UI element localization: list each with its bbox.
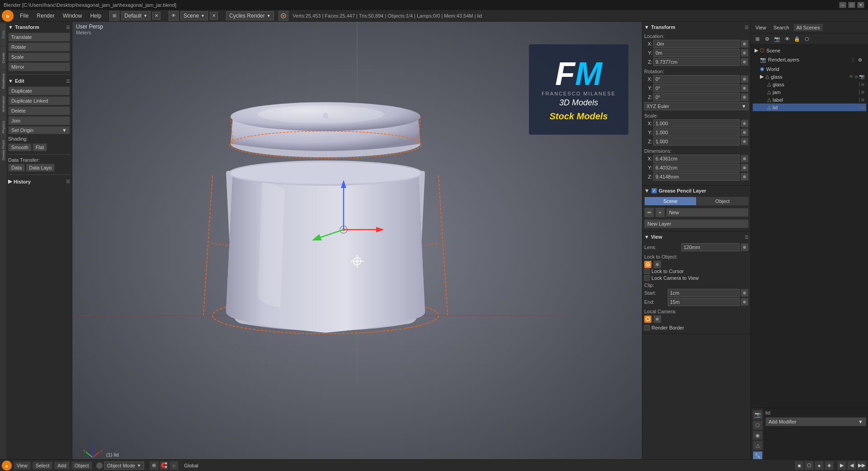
start-copy[interactable]: ⊕ [741, 289, 749, 297]
gp-new-layer-button[interactable]: New Layer [644, 219, 749, 228]
rotation-y-value[interactable]: 0° [653, 84, 740, 92]
scale-x-value[interactable]: 1.000 [653, 119, 740, 127]
close-button[interactable]: ✕ [857, 2, 864, 8]
data-button[interactable]: Data [8, 164, 25, 172]
dim-x-value[interactable]: 6.4361cm [653, 155, 740, 163]
clip-end-value[interactable]: 15m [668, 298, 740, 306]
duplicate-button[interactable]: Duplicate [8, 86, 70, 95]
engine-dropdown[interactable]: Cycles Render ▼ [226, 11, 274, 20]
minimize-button[interactable]: ─ [839, 2, 846, 8]
location-z-copy[interactable]: ⊕ [741, 58, 749, 66]
maximize-button[interactable]: □ [848, 2, 855, 8]
proportional-icon[interactable]: ○ [170, 461, 179, 470]
props-tab-render[interactable]: 📷 [753, 410, 763, 419]
gp-checkbox[interactable]: ✓ [651, 188, 657, 193]
prev-frame-btn[interactable]: ◀ [847, 461, 856, 470]
tree-glass-mesh[interactable]: △ glass | ⊕ [753, 80, 866, 88]
sidebar-tab-animation[interactable]: Animation [0, 93, 6, 115]
wire-mode-icon[interactable]: ⬡ [805, 461, 814, 470]
set-origin-dropdown[interactable]: Set Origin ▼ [8, 126, 70, 134]
props-tab-scene[interactable]: ⬡ [753, 420, 763, 430]
gp-new-button[interactable]: New [666, 208, 749, 217]
outliner-icon-eye[interactable]: 👁 [783, 34, 792, 43]
sidebar-tab-grease[interactable]: Grease Pencil [0, 139, 6, 161]
location-y-copy[interactable]: ⊕ [741, 49, 749, 57]
add-menu-btn[interactable]: Add [54, 462, 70, 470]
object-mode-badge[interactable]: Object Mode ▼ [104, 462, 144, 470]
gp-add-icon-btn[interactable]: + [655, 207, 665, 217]
data-layout-button[interactable]: Data Layo [26, 164, 55, 172]
scale-y-copy[interactable]: ⊕ [741, 128, 749, 137]
gp-pencil-icon-btn[interactable]: ✏ [644, 207, 654, 217]
snap-icon[interactable]: 🧲 [160, 461, 169, 470]
outliner-tab-view[interactable]: View [753, 24, 769, 31]
outliner-icon-filter[interactable]: ⊞ [753, 34, 762, 43]
tree-lid[interactable]: △ lid | ⊕ [753, 104, 866, 111]
dim-y-value[interactable]: 6.4032cm [653, 164, 740, 172]
render-border-checkbox[interactable] [644, 325, 650, 330]
outliner-icon-lock[interactable]: 🔒 [793, 34, 802, 43]
location-x-copy[interactable]: ⊕ [741, 40, 749, 48]
menu-help[interactable]: Help [86, 12, 105, 20]
local-camera-copy[interactable]: ⊕ [653, 315, 661, 323]
tree-label-obj[interactable]: △ label | ⊕ [753, 96, 866, 104]
history-menu[interactable]: ☰ [66, 179, 70, 184]
lock-camera-checkbox[interactable] [644, 275, 650, 281]
render-layers-settings[interactable]: ⚙ [855, 55, 864, 64]
rotation-x-copy[interactable]: ⊕ [741, 75, 749, 83]
flat-button[interactable]: Flat [33, 143, 47, 151]
object-menu-btn[interactable]: Object [71, 462, 92, 470]
sidebar-tab-create[interactable]: Create [0, 47, 6, 69]
lock-cursor-checkbox[interactable] [644, 268, 650, 274]
object-tab[interactable]: Object [697, 197, 749, 206]
props-tab-world[interactable]: ◉ [753, 431, 763, 440]
location-z-value[interactable]: 9.7377cm [653, 58, 740, 66]
tree-world[interactable]: ◉ World [753, 65, 866, 73]
props-tab-object[interactable]: △ [753, 441, 763, 450]
material-mode-icon[interactable]: ◈ [825, 461, 834, 470]
outliner-icon-camera[interactable]: 📷 [773, 34, 782, 43]
lens-value[interactable]: 120mm [681, 243, 740, 251]
join-button[interactable]: Join [8, 116, 70, 125]
next-frame-btn[interactable]: ▶▶ [857, 461, 866, 470]
viewport-3d[interactable]: User Persp Meters FM FRANCESCO MILANESE … [72, 22, 642, 471]
workspace-close-icon[interactable]: ✕ [152, 12, 160, 20]
render-mode-icon[interactable]: ● [815, 461, 824, 470]
tree-jam[interactable]: △ jam | ⊕ [753, 88, 866, 96]
sidebar-tab-relations[interactable]: Relations [0, 70, 6, 92]
rotation-y-copy[interactable]: ⊕ [741, 84, 749, 92]
workspace-dropdown[interactable]: Default ▼ [121, 11, 151, 20]
outliner-icon-render[interactable]: ⬡ [802, 34, 811, 43]
sidebar-tab-tools[interactable]: Tools [0, 24, 6, 46]
tree-render-layers[interactable]: 📷 RenderLayers | ⚙ [753, 54, 866, 65]
lock-object-copy[interactable]: ⊕ [653, 260, 661, 268]
tree-glass-obj[interactable]: ▶ △ glass 👁 ⊕ 📷 [753, 73, 866, 80]
dim-z-value[interactable]: 9.4148mm [653, 173, 740, 181]
scale-button[interactable]: Scale [8, 52, 70, 61]
view-menu[interactable]: ☰ [745, 235, 749, 240]
translate-button[interactable]: Translate [8, 33, 70, 42]
rotation-z-value[interactable]: 0° [653, 93, 740, 101]
scale-z-value[interactable]: 1.000 [653, 137, 740, 146]
dim-y-copy[interactable]: ⊕ [741, 164, 749, 172]
rtransform-menu[interactable]: ☰ [745, 25, 749, 30]
play-btn[interactable]: ▶ [837, 461, 846, 470]
rotate-button[interactable]: Rotate [8, 42, 70, 52]
scale-y-value[interactable]: 1.000 [653, 128, 740, 137]
location-x-value[interactable]: -0m [653, 40, 740, 48]
smooth-button[interactable]: Smooth [8, 143, 32, 151]
end-copy[interactable]: ⊕ [741, 298, 749, 306]
rotation-x-value[interactable]: 0° [653, 75, 740, 83]
duplicate-linked-button[interactable]: Duplicate Linked [8, 96, 70, 105]
rotation-mode-dropdown[interactable]: XYZ Euler ▼ [644, 102, 749, 110]
clip-start-value[interactable]: 1cm [668, 289, 740, 297]
scene-close-icon[interactable]: ✕ [210, 12, 218, 20]
scale-z-copy[interactable]: ⊕ [741, 137, 749, 146]
outliner-icon-settings[interactable]: ⚙ [763, 34, 772, 43]
outliner-tab-all-scenes[interactable]: All Scenes [794, 24, 823, 31]
solid-mode-icon[interactable]: ■ [795, 461, 804, 470]
transform-menu[interactable]: ☰ [66, 25, 70, 30]
delete-button[interactable]: Delete [8, 106, 70, 115]
view-menu-btn[interactable]: View [14, 462, 31, 470]
window-controls[interactable]: ─ □ ✕ [839, 2, 864, 8]
